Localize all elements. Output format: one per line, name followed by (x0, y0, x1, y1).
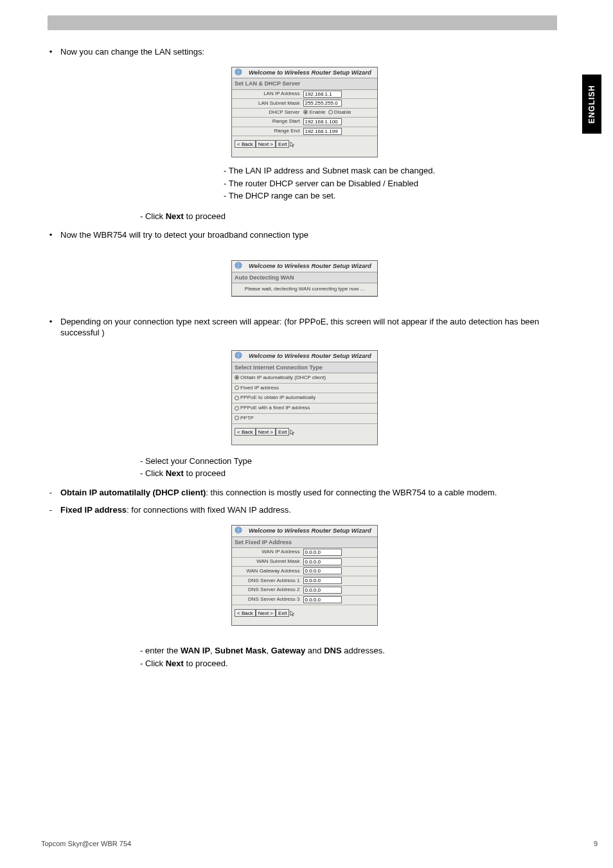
table-row: DNS Server Address 2 (232, 585, 377, 595)
back-button[interactable]: < Back (235, 140, 256, 148)
dash-item: - Fixed IP address: for connections with… (41, 504, 568, 516)
language-tab: ENGLISH (582, 75, 601, 134)
dash-marker: - (41, 504, 60, 516)
radio-pppoe-fixed[interactable] (235, 406, 239, 411)
language-tab-label: ENGLISH (587, 85, 596, 123)
range-start-input[interactable] (303, 118, 342, 125)
wizard-title: Welcome to Wireless Router Setup Wizard (232, 67, 377, 79)
wan-ip-input[interactable] (303, 549, 342, 556)
table-row: Range End (232, 127, 377, 136)
cursor-icon (290, 610, 295, 619)
note-item: - The router DHCP server can be Disabled… (224, 178, 568, 190)
globe-icon (235, 351, 246, 359)
detecting-message: Please wait, dectecting WAN connecting t… (232, 283, 377, 296)
bullet-marker: • (41, 316, 60, 339)
radio-fixed[interactable] (235, 385, 239, 390)
wan-subnet-input[interactable] (303, 558, 342, 565)
dash-item: - Obtain IP automatilally (DHCP client):… (41, 487, 568, 499)
option-row[interactable]: PPPoE to obtain IP automatically (232, 393, 377, 403)
radio-pppoe-auto[interactable] (235, 396, 239, 400)
bullet-marker: • (41, 229, 60, 241)
top-grey-bar (48, 15, 557, 30)
range-end-input[interactable] (303, 128, 342, 135)
bullet-marker: • (41, 46, 60, 58)
field-label: Range Start (232, 117, 301, 127)
wizard-subtitle: Set LAN & DHCP Server (232, 78, 377, 89)
bullet-text: Now you can change the LAN settings: (60, 46, 568, 58)
wizard-buttons: < BackNext >Exit (232, 424, 377, 445)
dash-marker: - (41, 487, 60, 499)
instruction-list: - Select your Connection Type - Click Ne… (140, 456, 568, 479)
cursor-icon (290, 141, 295, 150)
bullet-item: • Now you can change the LAN settings: (41, 46, 568, 58)
back-button[interactable]: < Back (235, 609, 256, 617)
lan-settings-table: LAN IP Address LAN Subnet Mask DHCP Serv… (232, 90, 377, 137)
dns3-input[interactable] (303, 596, 342, 603)
table-row: WAN Subnet Mask (232, 557, 377, 567)
back-button[interactable]: < Back (235, 428, 256, 436)
bullet-item: • Depending on your connection type next… (41, 316, 568, 339)
option-row[interactable]: PPPoE with a fixed IP address (232, 403, 377, 414)
note-item: - The LAN IP address and Subnet mask can… (224, 165, 568, 177)
notes-list: - The LAN IP address and Subnet mask can… (224, 165, 568, 202)
bullet-text: Depending on your connection type next s… (60, 316, 568, 339)
table-row: DNS Server Address 1 (232, 576, 377, 586)
wan-gateway-input[interactable] (303, 567, 342, 574)
next-button[interactable]: Next > (256, 140, 276, 148)
table-row: LAN Subnet Mask (232, 99, 377, 109)
wizard-title: Welcome to Wireless Router Setup Wizard (232, 261, 377, 272)
lan-ip-input[interactable] (303, 91, 342, 98)
option-row[interactable]: PPTP (232, 414, 377, 424)
table-row: DHCP ServerEnable Disable (232, 109, 377, 118)
dhcp-disable-radio[interactable] (328, 110, 333, 114)
click-next-line: - Click Next to proceed (140, 211, 568, 222)
globe-icon (235, 261, 246, 269)
field-label: DHCP Server (232, 109, 301, 118)
field-label: LAN IP Address (232, 90, 301, 99)
next-button[interactable]: Next > (256, 609, 276, 617)
option-row[interactable]: Fixed IP address (232, 383, 377, 393)
wizard-title: Welcome to Wireless Router Setup Wizard (232, 351, 377, 362)
instruction-item: - enter the WAN IP, Subnet Mask, Gateway… (140, 645, 568, 657)
field-label: LAN Subnet Mask (232, 99, 301, 109)
table-row: WAN IP Address (232, 548, 377, 557)
radio-pptp[interactable] (235, 416, 239, 420)
footer-product: Topcom Skyr@cer WBR 754 (41, 840, 131, 847)
wizard-title: Welcome to Wireless Router Setup Wizard (232, 526, 377, 537)
dns2-input[interactable] (303, 587, 342, 594)
dhcp-enable-radio[interactable] (303, 110, 308, 114)
bullet-text: Now the WBR754 will try to detect your b… (60, 229, 568, 241)
option-row[interactable]: Obtain IP automatically (DHCP client) (232, 373, 377, 383)
next-button[interactable]: Next > (256, 428, 276, 436)
instruction-item: - Click Next to proceed. (140, 658, 568, 669)
table-row: DNS Server Address 3 (232, 595, 377, 605)
field-label: Range End (232, 127, 301, 136)
exit-button[interactable]: Exit (276, 609, 289, 617)
table-row: WAN Gateway Address (232, 567, 377, 576)
lan-subnet-input[interactable] (303, 100, 342, 107)
table-row: LAN IP Address (232, 90, 377, 99)
instruction-item: - Select your Connection Type (140, 456, 568, 467)
table-row: Range Start (232, 117, 377, 127)
wizard-fixed-ip: Welcome to Wireless Router Setup Wizard … (231, 525, 378, 626)
page-number: 9 (594, 840, 598, 847)
wizard-lan-dhcp: Welcome to Wireless Router Setup Wizard … (231, 67, 378, 158)
dns1-input[interactable] (303, 577, 342, 584)
exit-button[interactable]: Exit (276, 428, 289, 436)
exit-button[interactable]: Exit (276, 140, 289, 148)
bullet-item: • Now the WBR754 will try to detect your… (41, 229, 568, 241)
wizard-buttons: < BackNext >Exit (232, 605, 377, 626)
note-item: - The DHCP range can be set. (224, 190, 568, 202)
wizard-subtitle: Auto Dectecting WAN (232, 272, 377, 283)
wizard-auto-detect: Welcome to Wireless Router Setup Wizard … (231, 260, 378, 297)
globe-icon (235, 68, 246, 76)
fixed-ip-table: WAN IP Address WAN Subnet Mask WAN Gatew… (232, 548, 377, 605)
wizard-buttons: < BackNext >Exit (232, 136, 377, 157)
cursor-icon (290, 429, 295, 438)
instruction-list: - enter the WAN IP, Subnet Mask, Gateway… (140, 645, 568, 669)
wizard-subtitle: Set Fixed IP Address (232, 537, 377, 548)
page-content: • Now you can change the LAN settings: W… (41, 46, 568, 677)
radio-dhcp[interactable] (235, 375, 239, 380)
wizard-connection-type: Welcome to Wireless Router Setup Wizard … (231, 350, 378, 445)
instruction-item: - Click Next to proceed (140, 468, 568, 479)
